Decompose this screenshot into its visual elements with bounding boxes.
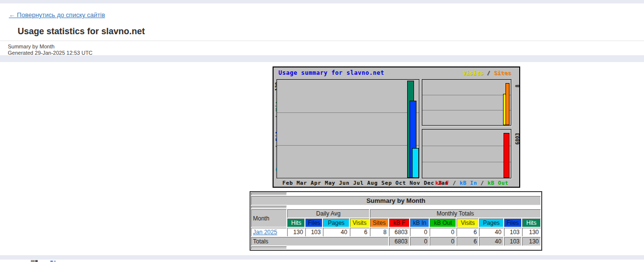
daily-avg-header: Daily Avg xyxy=(287,209,369,218)
gridline xyxy=(422,95,511,95)
gridline xyxy=(422,146,511,146)
chart-legend-kbytes: kB F / kB In / kB Out xyxy=(435,180,508,186)
metric-header-hits: Hits xyxy=(522,218,541,227)
gridline xyxy=(422,110,511,110)
usage-summary-chart: Usage summary for slavno.net Visits / Si… xyxy=(273,66,520,188)
spacer-row xyxy=(251,193,541,196)
page-header: ← Повернутись до списку сайтів Usage sta… xyxy=(0,3,644,55)
pages-bar xyxy=(412,148,419,178)
value-cell: 8 xyxy=(370,228,389,237)
metric-header-kb-out: kB Out xyxy=(430,218,456,227)
spacer-row xyxy=(251,206,541,209)
month-column-header: Month xyxy=(251,209,287,227)
value-cell: 130 xyxy=(287,228,305,237)
metric-header-sites: Sites xyxy=(370,218,389,227)
clipped-next-section-fragment xyxy=(35,260,38,262)
metric-header-visits: Visits xyxy=(457,218,479,227)
page-bottom-band xyxy=(0,255,644,260)
generated-timestamp: Generated 29-Jan-2025 12:53 UTC xyxy=(8,50,92,56)
page-title: Usage statistics for slavno.net xyxy=(18,26,145,37)
visits-sites-panel xyxy=(422,79,511,126)
summary-by-month-label: Summary by Month xyxy=(8,44,54,49)
totals-value-cell: 0 xyxy=(410,237,429,246)
legend-part: / xyxy=(477,180,487,186)
header-divider xyxy=(0,41,644,41)
chart-legend-visits-sites: Visits / Sites xyxy=(462,70,511,76)
value-cell: 130 xyxy=(522,228,541,237)
sites-bar xyxy=(506,83,509,125)
months-axis-labels: Feb Mar Apr May Jun Jul Aug Sep Oct Nov … xyxy=(282,180,448,186)
legend-part: / xyxy=(449,180,460,186)
back-to-site-list-link[interactable]: ← Повернутись до списку сайтів xyxy=(9,11,105,19)
legend-part: / xyxy=(483,70,494,76)
totals-value-cell: 6 xyxy=(457,237,479,246)
metric-header-hits: Hits xyxy=(287,218,305,227)
monthly-totals-header: Monthly Totals xyxy=(370,209,541,218)
gridline xyxy=(277,145,419,146)
value-cell: 103 xyxy=(504,228,522,237)
sites-axis-max-label: 8 xyxy=(515,85,520,87)
table-title: Summary by Month xyxy=(251,196,541,205)
legend-part: kB F xyxy=(435,180,449,186)
gridline xyxy=(277,112,419,113)
kbytes-panel xyxy=(422,129,511,178)
legend-part: Sites xyxy=(494,70,511,76)
totals-row: Totals680300640103130 xyxy=(251,237,541,246)
month-cell: Jan 2025 xyxy=(251,228,287,237)
legend-part: kB In xyxy=(460,180,477,186)
legend-part: Visits xyxy=(462,70,483,76)
month-data-row: Jan 20251301034068680300640103130 xyxy=(251,228,541,237)
value-cell: 0 xyxy=(410,228,429,237)
metric-header-visits: Visits xyxy=(350,218,369,227)
totals-value-cell: 6803 xyxy=(389,237,410,246)
metric-header-pages: Pages xyxy=(479,218,503,227)
metric-header-kb-in: kB In xyxy=(410,218,429,227)
legend-part: kB Out xyxy=(487,180,508,186)
clipped-next-section-fragment xyxy=(31,260,35,262)
value-cell: 6803 xyxy=(389,228,410,237)
page-top-band xyxy=(0,0,644,3)
value-cell: 6 xyxy=(457,228,479,237)
value-cell: 103 xyxy=(305,228,322,237)
spacer-row xyxy=(251,246,541,249)
month-link[interactable]: Jan 2025 xyxy=(253,229,277,236)
totals-value-cell: 103 xyxy=(504,237,522,246)
hits-files-pages-panel xyxy=(276,79,419,178)
kbf-bar xyxy=(504,133,509,178)
metric-header-row: HitsFilesPagesVisitsSiteskB FkB InkB Out… xyxy=(251,218,541,227)
value-cell: 40 xyxy=(479,228,503,237)
totals-value-cell: 0 xyxy=(430,237,456,246)
metric-header-files: Files xyxy=(504,218,522,227)
gridline xyxy=(422,162,511,162)
metric-header-files: Files xyxy=(305,218,322,227)
section-gap-band xyxy=(0,55,644,62)
totals-value-cell: 40 xyxy=(479,237,503,246)
chart-title: Usage summary for slavno.net xyxy=(278,69,384,76)
value-cell: 6 xyxy=(350,228,369,237)
value-cell: 0 xyxy=(430,228,456,237)
value-cell: 40 xyxy=(323,228,349,237)
kb-axis-max-label: 6803 xyxy=(515,133,520,145)
metric-header-kb-f: kB F xyxy=(389,218,410,227)
metric-header-pages: Pages xyxy=(323,218,349,227)
totals-label-cell: Totals xyxy=(251,237,389,246)
summary-by-month-table: Summary by Month Month Daily Avg Monthly… xyxy=(250,191,542,251)
totals-value-cell: 130 xyxy=(522,237,541,246)
